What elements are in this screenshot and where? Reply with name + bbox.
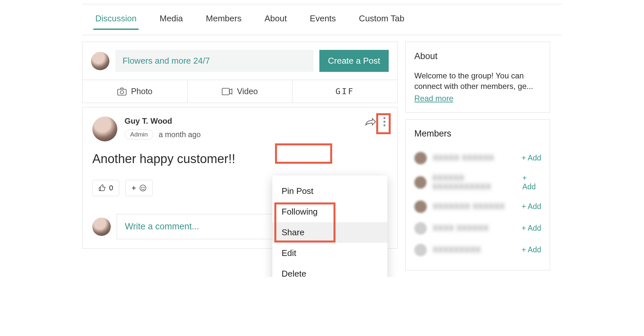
- svg-point-3: [140, 185, 146, 191]
- camera-icon: [117, 88, 126, 95]
- read-more-link[interactable]: Read more: [414, 94, 453, 103]
- photo-label: Photo: [131, 87, 152, 96]
- about-text: Welcome to the group! You can connect wi…: [414, 71, 541, 92]
- member-row: XXXXX XXXXXX + Add: [414, 147, 541, 169]
- svg-point-4: [142, 187, 142, 188]
- members-panel: Members XXXXX XXXXXX + Add XXXXXX XXXXXX…: [405, 119, 550, 270]
- member-name: XXXXXX XXXXXXXXXXX: [432, 174, 522, 191]
- avatar: [91, 52, 109, 70]
- share-icon[interactable]: [365, 118, 376, 126]
- post-composer: Flowers and more 24/7 Create a Post Phot…: [82, 42, 398, 103]
- compose-input[interactable]: Flowers and more 24/7: [115, 50, 313, 72]
- thumbs-up-icon: [99, 184, 106, 192]
- member-name: XXXXXXXXX: [433, 245, 481, 254]
- avatar: [92, 116, 117, 141]
- annotation-highlight: [274, 202, 335, 242]
- emoji-icon: [139, 184, 147, 192]
- member-name: XXXXXXX XXXXXX: [433, 202, 505, 211]
- member-row: XXXXXX XXXXXXXXXXX + Add: [414, 169, 541, 196]
- avatar: [414, 244, 427, 256]
- add-reaction-button[interactable]: +: [125, 180, 153, 196]
- tab-events[interactable]: Events: [310, 13, 336, 30]
- like-count: 0: [109, 184, 113, 192]
- add-photo-button[interactable]: Photo: [82, 80, 188, 103]
- gif-label: GIF: [335, 87, 354, 96]
- role-badge: Admin: [125, 130, 153, 139]
- add-video-button[interactable]: Video: [188, 80, 293, 103]
- svg-point-1: [120, 91, 124, 94]
- add-member-button[interactable]: + Add: [522, 154, 541, 162]
- about-title: About: [414, 51, 541, 61]
- members-title: Members: [414, 129, 541, 139]
- video-icon: [222, 88, 232, 95]
- tab-discussion[interactable]: Discussion: [95, 13, 137, 30]
- tab-custom[interactable]: Custom Tab: [359, 13, 404, 30]
- avatar: [414, 176, 426, 189]
- post-body: Another happy customer!!: [92, 152, 387, 166]
- create-post-button[interactable]: Create a Post: [319, 50, 389, 72]
- add-member-button[interactable]: + Add: [522, 224, 541, 233]
- avatar: [414, 152, 427, 164]
- add-gif-button[interactable]: GIF: [292, 80, 397, 103]
- about-panel: About Welcome to the group! You can conn…: [405, 42, 550, 113]
- add-member-button[interactable]: + Add: [522, 174, 541, 191]
- tab-members[interactable]: Members: [206, 13, 242, 30]
- annotation-highlight: [376, 113, 391, 134]
- svg-rect-2: [222, 88, 229, 95]
- member-row: XXXX XXXXXX + Add: [414, 218, 541, 239]
- video-label: Video: [237, 87, 258, 96]
- avatar: [414, 222, 427, 235]
- plus-icon: +: [131, 183, 136, 193]
- svg-rect-0: [118, 89, 126, 95]
- annotation-highlight: [275, 143, 332, 164]
- add-member-button[interactable]: + Add: [522, 202, 541, 211]
- avatar: [92, 218, 111, 236]
- menu-delete[interactable]: Delete: [272, 263, 387, 277]
- menu-pin-post[interactable]: Pin Post: [272, 181, 387, 201]
- avatar: [414, 200, 427, 213]
- member-row: XXXXXXX XXXXXX + Add: [414, 196, 541, 218]
- svg-point-5: [144, 187, 145, 188]
- like-button[interactable]: 0: [92, 180, 119, 196]
- post-card: Guy T. Wood Admin a month ago Another ha…: [82, 107, 398, 249]
- tab-about[interactable]: About: [264, 13, 287, 30]
- member-name: XXXXX XXXXXX: [433, 154, 494, 162]
- member-row: XXXXXXXXX + Add: [414, 239, 541, 261]
- post-author[interactable]: Guy T. Wood: [125, 116, 201, 126]
- menu-edit[interactable]: Edit: [272, 243, 387, 263]
- add-member-button[interactable]: + Add: [522, 245, 541, 254]
- tab-media[interactable]: Media: [160, 13, 183, 30]
- tabs-bar: Discussion Media Members About Events Cu…: [82, 4, 562, 35]
- member-name: XXXX XXXXXX: [433, 224, 489, 233]
- post-time: a month ago: [159, 130, 201, 139]
